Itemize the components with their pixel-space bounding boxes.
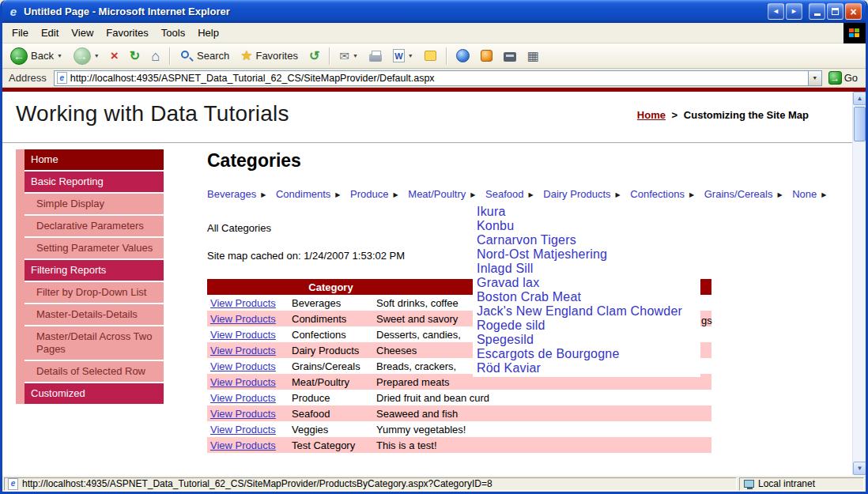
menu-item-dairy-products[interactable]: Dairy Products [543, 188, 610, 200]
forward-button[interactable]: → ▼ [69, 45, 104, 67]
page-icon: e [57, 72, 67, 84]
scroll-down-button[interactable]: ▼ [853, 462, 866, 475]
research-button[interactable] [499, 47, 521, 64]
category-cell: Test Category [289, 437, 373, 453]
menu-favorites[interactable]: Favorites [100, 24, 154, 42]
minimize-button[interactable] [809, 3, 825, 20]
view-products-link[interactable]: View Products [210, 313, 276, 325]
sidebar-item-declarative-parameters[interactable]: Declarative Parameters [25, 216, 164, 236]
category-column-header: Category [289, 279, 373, 295]
back-dropdown-icon: ▼ [57, 53, 62, 58]
toolbar-separator [329, 47, 330, 65]
favorites-button[interactable]: ★ Favorites [236, 47, 303, 65]
sidebar-item-simple-display[interactable]: Simple Display [25, 194, 164, 214]
menu-item-beverages[interactable]: Beverages [207, 188, 256, 200]
back-label: Back [31, 50, 54, 62]
page-title: Working with Data Tutorials [16, 101, 289, 126]
sidebar-item-details-of-selected-row[interactable]: Details of Selected Row [25, 361, 164, 382]
category-cell: Veggies [289, 421, 373, 437]
local-intranet-icon [744, 480, 754, 488]
go-icon: → [828, 71, 842, 85]
all-categories-link[interactable]: All Categories [207, 222, 271, 234]
menu-item-produce[interactable]: Produce [350, 188, 388, 200]
address-input[interactable]: e http://localhost:4935/ASPNET_Data_Tuto… [54, 70, 822, 86]
minimize-icon [814, 13, 821, 16]
home-button[interactable]: ⌂ [146, 47, 164, 66]
menu-item-none[interactable]: None [792, 188, 817, 200]
sidebar-menu: Home Basic Reporting Simple Display Decl… [16, 149, 164, 404]
flyout-item-boston-crab-meat[interactable]: Boston Crab Meat [473, 290, 700, 304]
flyout-item-ikura[interactable]: Ikura [473, 205, 700, 219]
sidebar-item-customized[interactable]: Customized [25, 383, 164, 404]
flyout-item-konbu[interactable]: Konbu [473, 219, 700, 233]
tiles-button[interactable]: ▦ [523, 47, 544, 65]
maximize-button[interactable] [827, 3, 843, 20]
edit-dropdown-icon: ▼ [408, 53, 413, 58]
edit-button[interactable]: W ▼ [388, 47, 418, 65]
menu-item-seafood[interactable]: Seafood [485, 188, 523, 200]
view-products-link[interactable]: View Products [210, 297, 276, 309]
menu-edit[interactable]: Edit [35, 24, 65, 42]
refresh-button[interactable]: ↻ [125, 47, 145, 65]
submenu-arrow-icon: ▶ [470, 191, 475, 198]
close-button[interactable]: × [845, 3, 862, 20]
flyout-item-spegesild[interactable]: Spegesild [473, 333, 700, 347]
flyout-item-rogede-sild[interactable]: Rogede sild [473, 319, 700, 333]
menu-help[interactable]: Help [191, 24, 225, 42]
sidebar-item-setting-parameter-values[interactable]: Setting Parameter Values [25, 238, 164, 258]
back-button[interactable]: ← Back ▼ [6, 45, 67, 67]
view-products-link[interactable]: View Products [210, 424, 276, 436]
scroll-up-button[interactable]: ▲ [853, 92, 866, 105]
breadcrumb-home-link[interactable]: Home [637, 109, 666, 121]
titlebar-extra-button-1[interactable]: ◄ [768, 3, 784, 20]
view-products-link[interactable]: View Products [210, 329, 276, 341]
scrollbar-thumb[interactable] [854, 107, 866, 141]
titlebar-extra-button-2[interactable]: ► [786, 3, 802, 20]
history-button[interactable]: ↺ [304, 47, 324, 65]
discuss-button[interactable] [420, 48, 441, 63]
table-row: View ProductsTest CategoryThis is a test… [207, 437, 711, 453]
view-products-link[interactable]: View Products [210, 439, 276, 451]
stop-button[interactable]: × [106, 47, 123, 65]
flyout-item-nord-ost-matjeshering[interactable]: Nord-Ost Matjeshering [473, 247, 700, 262]
address-dropdown-button[interactable]: ▼ [808, 71, 821, 85]
menu-item-condiments[interactable]: Condiments [276, 188, 330, 200]
category-cell: Condiments [289, 311, 373, 326]
messenger-icon [456, 49, 470, 62]
submenu-arrow-icon: ▶ [821, 191, 826, 198]
vertical-scrollbar[interactable]: ▲ ▼ [852, 92, 866, 475]
go-button[interactable]: → Go [826, 70, 862, 85]
menu-tools[interactable]: Tools [155, 24, 191, 42]
mail-button[interactable]: ✉ ▼ [334, 47, 363, 64]
view-products-link[interactable]: View Products [210, 408, 276, 420]
view-products-link[interactable]: View Products [210, 360, 276, 372]
address-url[interactable]: http://localhost:4935/ASPNET_Data_Tutori… [70, 73, 808, 84]
menu-view[interactable]: View [65, 24, 100, 42]
view-products-link[interactable]: View Products [210, 392, 276, 404]
sidebar-item-filter-by-drop-down-list[interactable]: Filter by Drop-Down List [25, 282, 164, 303]
media-button[interactable] [476, 47, 497, 64]
menu-bar: File Edit View Favorites Tools Help [2, 23, 866, 43]
status-zone-label: Local intranet [758, 478, 815, 489]
search-button[interactable]: Search [175, 47, 234, 66]
flyout-item-inlagd-sill[interactable]: Inlagd Sill [473, 262, 700, 276]
flyout-item-gravad-lax[interactable]: Gravad lax [473, 276, 700, 290]
sidebar-item-home[interactable]: Home [25, 149, 164, 170]
sidebar-item-master-details-details[interactable]: Master-Details-Details [25, 304, 164, 325]
flyout-item-jacks-new-england-clam-chowder[interactable]: Jack's New England Clam Chowder [473, 304, 700, 319]
sidebar-item-filtering-reports[interactable]: Filtering Reports [25, 260, 164, 281]
flyout-item-escargots-de-bourgogne[interactable]: Escargots de Bourgogne [473, 347, 700, 361]
view-products-link[interactable]: View Products [210, 376, 276, 388]
menu-item-grains-cereals[interactable]: Grains/Cereals [704, 188, 773, 200]
flyout-item-rod-kaviar[interactable]: Röd Kaviar [473, 361, 700, 375]
sidebar-item-master-detail-across-two-pages[interactable]: Master/Detail Across Two Pages [25, 326, 164, 360]
forward-icon: → [74, 47, 91, 65]
messenger-button[interactable] [451, 47, 474, 65]
view-products-link[interactable]: View Products [210, 345, 276, 356]
flyout-item-carnarvon-tigers[interactable]: Carnarvon Tigers [473, 233, 700, 247]
menu-file[interactable]: File [6, 24, 35, 42]
menu-item-meat-poultry[interactable]: Meat/Poultry [408, 188, 466, 200]
sidebar-item-basic-reporting[interactable]: Basic Reporting [25, 172, 164, 192]
menu-item-confections[interactable]: Confections [630, 188, 685, 200]
print-button[interactable] [364, 48, 387, 64]
